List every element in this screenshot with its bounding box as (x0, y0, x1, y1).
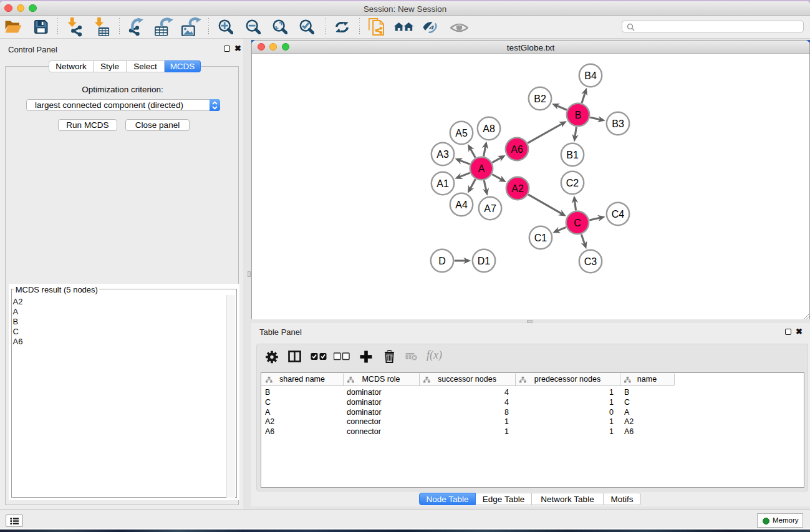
svg-text:A7: A7 (484, 203, 496, 214)
svg-text:C2: C2 (566, 178, 579, 188)
svg-text:A4: A4 (455, 200, 468, 210)
svg-text:C3: C3 (584, 256, 597, 267)
svg-text:C4: C4 (612, 209, 625, 220)
svg-text:A: A (478, 163, 485, 174)
svg-text:C: C (574, 218, 581, 228)
svg-text:C1: C1 (534, 233, 547, 243)
svg-text:A8: A8 (483, 123, 495, 134)
svg-text:A5: A5 (455, 128, 468, 138)
svg-text:B1: B1 (566, 150, 579, 160)
svg-text:D1: D1 (478, 256, 491, 266)
svg-text:B: B (575, 110, 582, 120)
svg-text:D: D (438, 256, 446, 266)
svg-text:B4: B4 (584, 70, 597, 81)
svg-text:B2: B2 (534, 94, 546, 104)
svg-text:A6: A6 (511, 144, 523, 155)
svg-text:A3: A3 (436, 149, 449, 160)
svg-text:A2: A2 (511, 183, 524, 194)
svg-text:B3: B3 (612, 118, 624, 129)
svg-text:A1: A1 (436, 178, 449, 189)
